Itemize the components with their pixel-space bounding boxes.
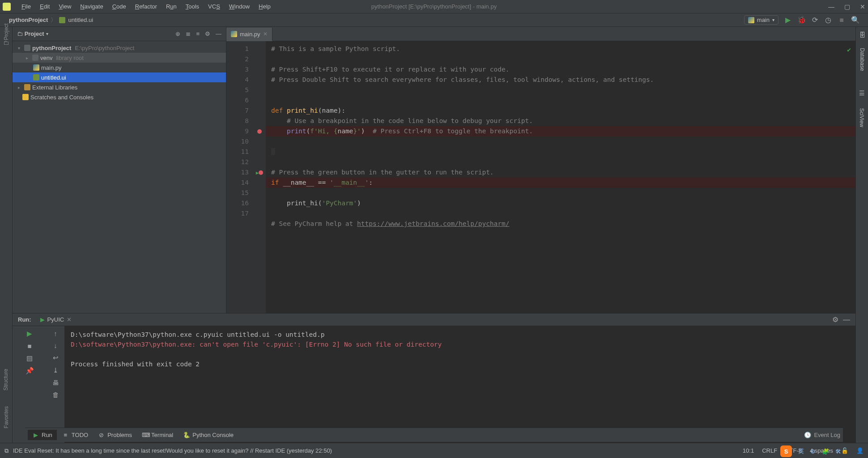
scratches-icon [22,94,29,100]
project-panel-title[interactable]: Project [25,30,44,37]
collapse-all-icon[interactable]: ≡ [196,30,200,37]
tree-external-libraries[interactable]: ▸ External Libraries [13,82,226,92]
tray-icon[interactable]: 🧩 [822,448,829,455]
tool-window-toggle-icon[interactable]: ⧉ [4,447,9,454]
close-tab-icon[interactable]: ✕ [263,31,268,37]
system-tray-overlay: S 英 ⚙ 🧩 🛠 [780,445,841,457]
tree-root-path: E:\pyPro\pythonProject [75,45,134,51]
menu-tools[interactable]: Tools [181,2,204,11]
rerun-button[interactable]: ▶ [27,330,32,338]
editor-tab-main[interactable]: main.py ✕ [226,28,272,41]
minimize-button[interactable]: — [828,3,834,10]
run-session-name: PyUIC [47,316,64,323]
debug-button[interactable]: 🐞 [797,16,805,24]
run-gutter-icon[interactable]: ▶ [256,168,259,178]
event-log-button[interactable]: 🕓Event Log [804,432,840,438]
tab-python-console[interactable]: 🐍Python Console [179,430,238,440]
python-icon: 🐍 [183,432,190,438]
tree-untitled-ui[interactable]: untitled.ui [13,72,226,82]
menu-refactor[interactable]: Refactor [131,2,162,11]
tree-root[interactable]: ▾ pythonProject E:\pyPro\pythonProject [13,43,226,53]
inspection-icon[interactable]: 👤 [856,447,864,454]
ui-file-icon [33,74,39,81]
tree-venv[interactable]: ▸ venv library root [13,53,226,63]
tree-scratches[interactable]: Scratches and Consoles [13,92,226,102]
menu-view[interactable]: View [54,2,76,11]
structure-tool-button[interactable]: Structure [3,369,9,391]
settings-icon[interactable]: ⚙ [832,315,838,324]
search-everywhere-button[interactable]: 🔍 [851,16,859,24]
database-tool-icon[interactable]: 🗄 [859,31,865,38]
database-tool-label[interactable]: Database [859,48,865,71]
favorites-tool-button[interactable]: Favorites [3,406,9,428]
layout-button[interactable]: ▤ [26,354,33,362]
minimize-panel-icon[interactable]: — [843,316,850,324]
select-opened-file-icon[interactable]: ⊕ [175,30,180,37]
menu-file[interactable]: File [17,2,35,11]
right-tool-stripe: 🗄 Database ☰ SciView [855,27,868,443]
tray-icon[interactable]: ⚙ [810,448,816,455]
project-tree: ▾ pythonProject E:\pyPro\pythonProject ▸… [13,41,226,104]
up-icon[interactable]: ↑ [54,330,57,337]
run-config-selector[interactable]: main ▾ [744,15,779,25]
menu-navigate[interactable]: Navigate [76,2,107,11]
chevron-right-icon: 〉 [51,16,56,24]
menu-window[interactable]: Window [225,2,254,11]
clear-icon[interactable]: 🗑 [52,391,59,399]
line-separator[interactable]: CRLF [762,447,777,454]
chevron-down-icon: ▾ [772,17,774,22]
sciview-tool-icon[interactable]: ☰ [859,89,865,97]
tree-item-label: main.py [41,64,62,71]
stop-button[interactable]: ■ [838,16,846,24]
tab-problems[interactable]: ⊘Problems [94,430,136,440]
problems-icon: ⊘ [98,432,105,438]
code-line: # Press Shift+F10 to execute it or repla… [271,66,510,73]
scroll-to-end-icon[interactable]: ⤓ [53,366,59,374]
left-tool-stripe: Project 🗀 Structure Favorites [0,27,13,443]
code-line: # Use a breakpoint in the code line belo… [271,117,533,124]
run-console[interactable]: D:\software\Python37\python.exe c.pyuic … [64,326,855,443]
pin-button[interactable]: 📌 [26,367,34,375]
breadcrumb-file[interactable]: untitled.ui [68,17,93,23]
menu-help[interactable]: Help [254,2,275,11]
profile-button[interactable]: ◷ [824,16,832,24]
breakpoint-icon[interactable] [259,170,263,175]
inspection-ok-icon[interactable]: ✔ [847,45,851,55]
menu-code[interactable]: Code [108,2,131,11]
sciview-tool-label[interactable]: SciView [859,108,865,127]
tab-terminal[interactable]: ⌨Terminal [137,430,178,440]
open-files-icon[interactable]: 🗀 [3,39,9,46]
read-only-icon[interactable]: 🔓 [841,447,848,454]
close-tab-icon[interactable]: ✕ [67,316,72,323]
down-icon[interactable]: ↓ [54,342,57,349]
tab-todo[interactable]: ≡TODO [58,430,93,440]
menu-vcs[interactable]: VCS [204,2,225,11]
settings-icon[interactable]: ⚙ [205,30,210,37]
menu-run[interactable]: Run [162,2,181,11]
run-button[interactable]: ▶ [784,16,792,24]
run-session-tab[interactable]: ▶ PyUIC ✕ [38,315,75,324]
tray-icon[interactable]: 🛠 [835,448,841,455]
maximize-button[interactable]: ▢ [844,3,850,10]
run-coverage-button[interactable]: ⟳ [811,16,819,24]
breadcrumb-project[interactable]: pythonProject [9,17,48,23]
ime-sogou-icon[interactable]: S [780,445,792,457]
tab-run[interactable]: ▶Run [28,430,57,440]
print-icon[interactable]: 🖶 [52,379,59,386]
navigation-bar: pythonProject 〉 untitled.ui main ▾ ▶ 🐞 ⟳… [0,13,868,27]
close-button[interactable]: ✕ [860,3,865,10]
tree-main-py[interactable]: main.py [13,63,226,72]
ime-lang-icon[interactable]: 英 [798,447,804,455]
chevron-down-icon[interactable]: ▾ [46,31,48,36]
expand-all-icon[interactable]: ≣ [186,30,191,37]
status-message[interactable]: IDE Eval Reset: It has been a long time … [13,447,332,454]
stop-button[interactable]: ■ [27,342,31,350]
breakpoint-icon[interactable] [257,129,262,134]
project-tool-button[interactable]: Project [3,23,9,40]
menu-edit[interactable]: Edit [35,2,54,11]
caret-position[interactable]: 10:1 [743,447,754,454]
title-bar: File Edit View Navigate Code Refactor Ru… [0,0,868,13]
tree-item-suffix: library root [56,55,83,61]
hide-panel-icon[interactable]: — [216,30,221,37]
soft-wrap-icon[interactable]: ↩ [53,354,59,362]
